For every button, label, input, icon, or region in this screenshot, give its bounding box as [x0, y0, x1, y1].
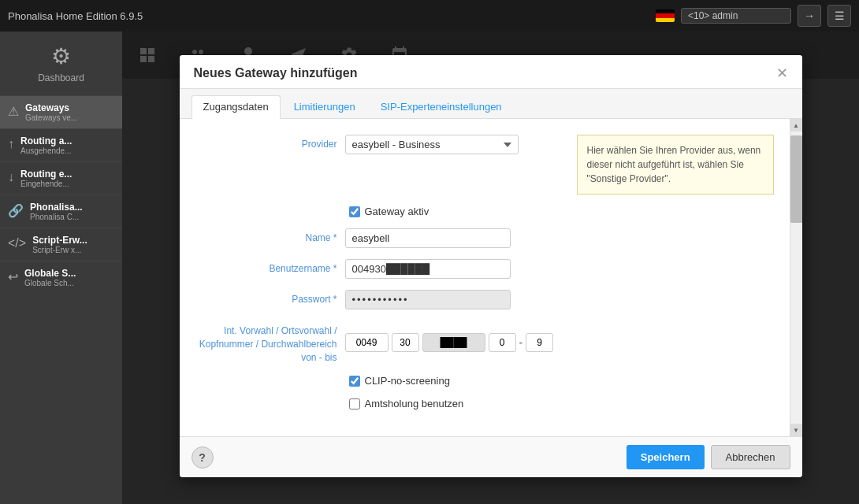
- user-select[interactable]: <10> admin: [681, 8, 791, 24]
- top-bar-right: <10> admin → ☰: [656, 5, 851, 27]
- phonalisa-icon: 🔗: [8, 203, 24, 218]
- benutzername-row: Benutzername *: [195, 259, 774, 279]
- sidebar-item-gateways-subtitle: Gateways ve...: [25, 113, 114, 122]
- script-icon: </>: [8, 236, 26, 250]
- passwort-label: Passwort *: [195, 290, 337, 305]
- amtsholung-label: Amtsholung benutzen: [365, 398, 464, 410]
- passwort-input[interactable]: [345, 290, 511, 309]
- sidebar-item-phonalisa[interactable]: 🔗 Phonalisa... Phonalisa C...: [0, 195, 122, 228]
- sidebar-item-script-subtitle: Script-Erw x...: [32, 246, 114, 254]
- passwort-field: [345, 290, 774, 309]
- kopfnummer-input[interactable]: [422, 333, 485, 352]
- scroll-track: [790, 132, 802, 424]
- tab-limitierungen[interactable]: Limitierungen: [282, 95, 367, 118]
- modal-dialog: Neues Gateway hinzufügen ✕ Zugangsdaten …: [180, 55, 802, 477]
- sidebar-item-routing-out[interactable]: ↑ Routing a... Ausgehende...: [0, 128, 122, 161]
- provider-select[interactable]: easybell - BusinessSonstige Provider: [345, 135, 519, 154]
- sidebar-item-script[interactable]: </> Script-Erw... Script-Erw x...: [0, 228, 122, 261]
- clip-checkbox[interactable]: [349, 376, 360, 387]
- app-title: Phonalisa Home Edition 6.9.5: [8, 10, 143, 22]
- sidebar-item-routing-out-subtitle: Ausgehende...: [20, 146, 114, 155]
- modal-title: Neues Gateway hinzufügen: [194, 66, 358, 80]
- name-label: Name *: [195, 228, 337, 243]
- top-bar: Phonalisa Home Edition 6.9.5 <10> admin …: [0, 0, 859, 32]
- clip-label: CLIP-no-screening: [365, 375, 450, 387]
- main-area: ⚙ Dashboard ⚠ Gateways Gateways ve... ↑ …: [0, 32, 859, 504]
- modal-main: Provider easybell - BusinessSonstige Pro…: [180, 119, 790, 436]
- sidebar-item-gateways-title: Gateways: [25, 102, 114, 113]
- save-button[interactable]: Speichern: [627, 445, 705, 469]
- benutzername-input[interactable]: [345, 259, 511, 279]
- clip-row: CLIP-no-screening: [195, 375, 774, 387]
- tab-sip-expert[interactable]: SIP-Experteneinstellungen: [369, 95, 514, 118]
- int-vorwahl-input[interactable]: [345, 333, 389, 352]
- sidebar-item-dashboard[interactable]: ⚙ Dashboard: [0, 32, 122, 95]
- benutzername-field: [345, 259, 774, 279]
- dashboard-label: Dashboard: [38, 72, 84, 83]
- gateways-icon: ⚠: [8, 104, 19, 119]
- sidebar-item-routing-in[interactable]: ↓ Routing e... Eingehende...: [0, 161, 122, 195]
- sidebar-item-routing-out-title: Routing a...: [20, 135, 114, 146]
- amtsholung-row: Amtsholung benutzen: [195, 398, 774, 410]
- name-input[interactable]: [345, 228, 511, 248]
- modal-body: Provider easybell - BusinessSonstige Pro…: [180, 119, 790, 436]
- vorwahl-label: Int. Vorwahl / Ortsvorwahl / Kopfnummer …: [195, 321, 337, 364]
- name-field: [345, 228, 774, 248]
- sidebar: ⚙ Dashboard ⚠ Gateways Gateways ve... ↑ …: [0, 32, 122, 504]
- sidebar-item-script-title: Script-Erw...: [32, 235, 114, 246]
- vorwahl-fields: -: [345, 333, 774, 352]
- dashboard-icon: ⚙: [51, 43, 71, 69]
- cancel-button[interactable]: Abbrechen: [711, 445, 790, 469]
- vorwahl-row: Int. Vorwahl / Ortsvorwahl / Kopfnummer …: [195, 321, 774, 364]
- modal-header: Neues Gateway hinzufügen ✕: [180, 55, 802, 89]
- scroll-thumb[interactable]: [790, 135, 802, 223]
- scroll-up-arrow[interactable]: ▲: [790, 119, 802, 132]
- modal-overlay: Neues Gateway hinzufügen ✕ Zugangsdaten …: [122, 32, 859, 504]
- scroll-down-arrow[interactable]: ▼: [790, 424, 802, 436]
- amtsholung-checkbox[interactable]: [349, 398, 360, 410]
- gateway-aktiv-row: Gateway aktiv: [195, 206, 774, 217]
- help-button[interactable]: ?: [192, 447, 214, 469]
- modal-close-button[interactable]: ✕: [776, 66, 788, 80]
- passwort-row: Passwort *: [195, 290, 774, 309]
- logout-button[interactable]: →: [798, 5, 821, 27]
- provider-field: easybell - BusinessSonstige Provider: [345, 135, 561, 154]
- language-flag-icon[interactable]: [656, 9, 675, 22]
- global-icon: ↩: [8, 269, 18, 284]
- menu-button[interactable]: ☰: [827, 5, 851, 27]
- provider-row: Provider easybell - BusinessSonstige Pro…: [195, 135, 774, 195]
- modal-footer: ? Speichern Abbrechen: [180, 436, 802, 477]
- sidebar-item-routing-in-title: Routing e...: [20, 169, 114, 180]
- sidebar-item-global[interactable]: ↩ Globale S... Globale Sch...: [0, 261, 122, 294]
- modal-scrollbar[interactable]: ▲ ▼: [790, 119, 802, 436]
- sidebar-item-global-subtitle: Globale Sch...: [24, 279, 114, 287]
- bis-input[interactable]: [526, 333, 553, 352]
- dash-separator: -: [519, 336, 523, 349]
- tab-zugangsdaten[interactable]: Zugangsdaten: [192, 95, 281, 119]
- sidebar-item-gateways[interactable]: ⚠ Gateways Gateways ve...: [0, 95, 122, 128]
- von-input[interactable]: [489, 333, 516, 352]
- modal-content-wrap: Provider easybell - BusinessSonstige Pro…: [180, 119, 802, 436]
- gateway-aktiv-checkbox[interactable]: [349, 206, 360, 217]
- sidebar-item-phonalisa-subtitle: Phonalisa C...: [30, 213, 114, 221]
- sidebar-item-phonalisa-title: Phonalisa...: [30, 202, 114, 213]
- sidebar-item-global-title: Globale S...: [24, 268, 114, 279]
- provider-info-box: Hier wählen Sie Ihren Provider aus, wenn…: [577, 135, 774, 195]
- provider-label: Provider: [195, 135, 337, 150]
- gateway-aktiv-label: Gateway aktiv: [365, 206, 430, 217]
- footer-buttons: Speichern Abbrechen: [627, 445, 790, 469]
- modal-tabs: Zugangsdaten Limitierungen SIP-Expertene…: [180, 89, 802, 119]
- sidebar-item-routing-in-subtitle: Eingehende...: [20, 180, 114, 188]
- content-area: Neues Gateway hinzufügen ✕ Zugangsdaten …: [122, 32, 859, 504]
- orts-vorwahl-input[interactable]: [392, 333, 419, 352]
- routing-in-icon: ↓: [8, 170, 14, 184]
- benutzername-label: Benutzername *: [195, 259, 337, 274]
- routing-out-icon: ↑: [8, 137, 14, 151]
- name-row: Name *: [195, 228, 774, 248]
